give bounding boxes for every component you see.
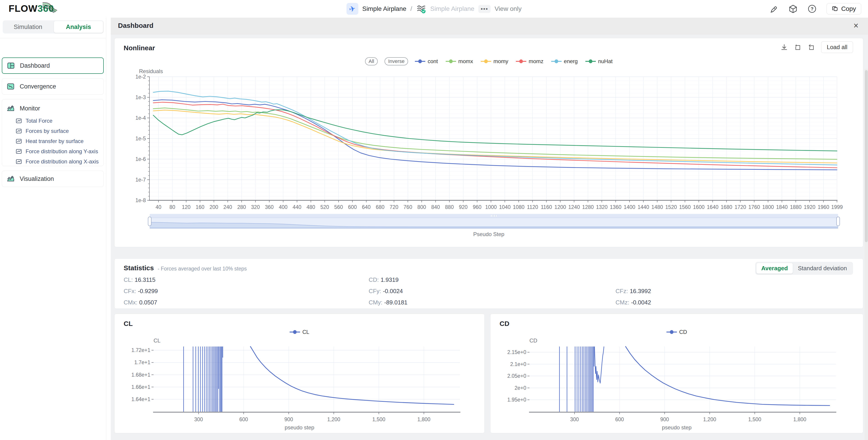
legend-label: cont — [428, 58, 438, 64]
svg-text:1.72e+1: 1.72e+1 — [131, 347, 150, 353]
svg-text:1600: 1600 — [693, 204, 705, 210]
svg-text:1,200: 1,200 — [327, 416, 340, 422]
zoom-select-icon[interactable] — [794, 43, 802, 51]
svg-text:1920: 1920 — [804, 204, 815, 210]
residuals-chart[interactable]: 1e-21e-31e-41e-51e-61e-71e-8408012016020… — [123, 73, 857, 214]
sub-item-label: Heat transfer by surface — [26, 138, 84, 145]
svg-text:1880: 1880 — [790, 204, 801, 210]
svg-text:1160: 1160 — [541, 204, 552, 210]
toggle-averaged[interactable]: Averaged — [756, 263, 793, 274]
sidebar-item-force-distribution-y[interactable]: Force distribution along Y-axis — [2, 146, 103, 156]
load-all-button[interactable]: Load all — [821, 41, 853, 53]
svg-text:1999: 1999 — [831, 204, 843, 210]
scrollbar-track[interactable] — [865, 69, 868, 440]
svg-text:600: 600 — [615, 416, 624, 422]
legend-item-momy[interactable]: momy — [481, 58, 508, 64]
svg-text:880: 880 — [445, 204, 454, 210]
svg-text:1320: 1320 — [596, 204, 608, 210]
sidebar-item-monitor[interactable]: Monitor — [2, 101, 103, 116]
tab-simulation[interactable]: Simulation — [3, 21, 53, 33]
cl-chart[interactable]: 1.72e+11.7e+11.68e+11.66e+11.64e+1300600… — [119, 343, 482, 423]
close-icon[interactable]: × — [854, 21, 859, 31]
breadcrumb-case-name[interactable]: Simple Airplane — [430, 5, 474, 12]
svg-text:1e-3: 1e-3 — [135, 94, 146, 100]
dashboard-panel-header: Dashboard × — [111, 18, 868, 34]
sidebar-item-convergence[interactable]: Convergence — [2, 78, 104, 95]
legend-marker — [446, 59, 456, 63]
project-icon[interactable]: ✈ — [346, 3, 358, 15]
flow360-logo[interactable]: FLOW360 — [9, 3, 54, 14]
help-icon[interactable]: ? — [808, 4, 816, 13]
scrollbar-thumb[interactable] — [865, 70, 868, 242]
dashboard-content: Nonlinear Load all All Inverse contmomxm… — [111, 34, 868, 440]
zoom-reset-icon[interactable] — [808, 43, 815, 51]
datazoom-left-handle[interactable] — [148, 217, 152, 226]
cl-legend[interactable]: CL — [115, 329, 485, 335]
legend-item-momz[interactable]: momz — [516, 58, 543, 64]
datazoom-slider[interactable] — [150, 214, 838, 228]
cd-chart[interactable]: 2.15e+02.1e+02.05e+02e+01.95e+0300600900… — [495, 343, 857, 423]
sub-item-label: Forces by surface — [26, 128, 69, 134]
sidebar-item-forces-by-surface[interactable]: Forces by surface — [2, 126, 103, 136]
svg-text:1280: 1280 — [582, 204, 594, 210]
stat-cfz: CFz:16.3992 — [616, 288, 651, 295]
svg-text:1e-5: 1e-5 — [135, 135, 146, 142]
history-curve — [250, 347, 454, 405]
svg-text:120: 120 — [182, 204, 190, 210]
svg-text:1840: 1840 — [776, 204, 787, 210]
legend-all-button[interactable]: All — [365, 57, 378, 65]
dashboard-icon — [7, 62, 15, 70]
svg-text:300: 300 — [570, 416, 579, 422]
svg-text:160: 160 — [196, 204, 204, 210]
legend-marker — [516, 59, 526, 63]
breadcrumb-more-button[interactable]: ••• — [478, 5, 491, 13]
sidebar-item-visualization[interactable]: Visualization — [2, 171, 104, 187]
sidebar: Simulation Analysis Dashboard Convergenc… — [0, 18, 106, 440]
svg-text:1,800: 1,800 — [793, 416, 806, 422]
series-momx — [153, 108, 837, 159]
datazoom-grip — [491, 215, 497, 217]
svg-text:1960: 1960 — [818, 204, 829, 210]
copy-button[interactable]: Copy — [827, 3, 861, 14]
sidebar-item-total-force[interactable]: Total Force — [2, 116, 103, 126]
page-title: Dashboard — [118, 22, 154, 29]
legend-item-energ[interactable]: energ — [551, 58, 578, 64]
3d-model-cube-icon[interactable] — [788, 4, 798, 13]
breadcrumb-project-name[interactable]: Simple Airplane — [362, 5, 406, 12]
stat-cfy: CFy:-0.0024 — [369, 288, 403, 295]
sidebar-item-force-distribution-x[interactable]: Force distribution along X-axis — [2, 156, 103, 166]
datazoom-track[interactable] — [150, 218, 838, 228]
tab-analysis[interactable]: Analysis — [54, 21, 103, 33]
cl-title: CL — [124, 320, 133, 327]
svg-text:1080: 1080 — [513, 204, 524, 210]
legend-item-momx[interactable]: momx — [446, 58, 473, 64]
sidebar-item-dashboard[interactable]: Dashboard — [2, 58, 104, 74]
cd-legend-marker — [666, 330, 677, 334]
cd-legend[interactable]: CD — [491, 329, 863, 335]
breadcrumb-separator: / — [410, 5, 412, 12]
sidebar-item-label: Visualization — [20, 176, 54, 182]
legend-inverse-button[interactable]: Inverse — [384, 57, 408, 65]
copy-button-label: Copy — [841, 5, 856, 12]
view-only-label: View only — [495, 5, 522, 12]
legend-item-cont[interactable]: cont — [415, 58, 438, 64]
annotate-pen-icon[interactable] — [770, 4, 779, 13]
svg-text:360: 360 — [265, 204, 274, 210]
svg-text:1400: 1400 — [624, 204, 635, 210]
svg-text:1e-6: 1e-6 — [135, 156, 146, 162]
svg-text:1760: 1760 — [748, 204, 760, 210]
nonlinear-legend: All Inverse contmomxmomymomzenergnuHat — [115, 57, 863, 65]
svg-text:1360: 1360 — [610, 204, 621, 210]
download-icon[interactable] — [780, 43, 788, 51]
svg-text:1e-2: 1e-2 — [135, 74, 146, 80]
legend-item-nuHat[interactable]: nuHat — [585, 58, 613, 64]
sidebar-item-heat-transfer-by-surface[interactable]: Heat transfer by surface — [2, 136, 103, 146]
svg-text:320: 320 — [251, 204, 260, 210]
svg-text:1120: 1120 — [527, 204, 538, 210]
datazoom-strip[interactable] — [150, 214, 838, 218]
datazoom-right-handle[interactable] — [836, 217, 840, 226]
sidebar-item-label: Dashboard — [20, 62, 50, 69]
svg-text:640: 640 — [362, 204, 370, 210]
toggle-standard-deviation[interactable]: Standard deviation — [793, 263, 852, 274]
copy-icon — [832, 5, 839, 12]
